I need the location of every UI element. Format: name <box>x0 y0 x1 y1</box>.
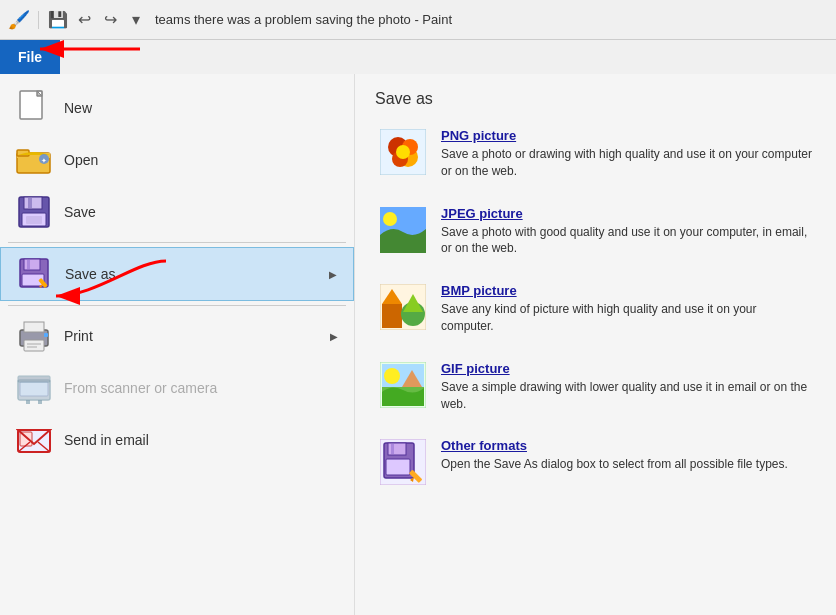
svg-rect-14 <box>26 216 42 224</box>
separator-2 <box>8 305 346 306</box>
open-icon: ✦ <box>16 142 52 178</box>
save-option-jpeg[interactable]: JPEG picture Save a photo with good qual… <box>375 202 816 262</box>
scanner-label: From scanner or camera <box>64 380 338 396</box>
quick-access-toolbar: 🖌️ 💾 ↩ ↪ ▾ <box>8 9 147 31</box>
save-quick-icon[interactable]: 💾 <box>47 9 69 31</box>
gif-option-text: GIF picture Save a simple drawing with l… <box>441 361 812 413</box>
png-option-desc: Save a photo or drawing with high qualit… <box>441 146 812 180</box>
save-option-other[interactable]: Other formats Open the Save As dialog bo… <box>375 434 816 490</box>
saveas-label: Save as <box>65 266 317 282</box>
saveas-arrow: ▶ <box>329 269 337 280</box>
left-panel: New ✦ Open <box>0 74 355 615</box>
svg-rect-30 <box>18 376 50 382</box>
svg-rect-12 <box>28 198 32 208</box>
other-option-desc: Open the Save As dialog box to select fr… <box>441 456 788 473</box>
other-option-text: Other formats Open the Save As dialog bo… <box>441 438 788 473</box>
save-label: Save <box>64 204 338 220</box>
svg-rect-61 <box>386 459 410 475</box>
svg-rect-25 <box>27 343 41 345</box>
ribbon-area: File <box>0 40 836 74</box>
svg-point-47 <box>383 212 397 226</box>
new-icon <box>16 90 52 126</box>
new-label: New <box>64 100 338 116</box>
right-panel-title: Save as <box>375 90 816 108</box>
bmp-option-desc: Save any kind of picture with high quali… <box>441 301 812 335</box>
save-option-png[interactable]: PNG picture Save a photo or drawing with… <box>375 124 816 184</box>
jpeg-option-name: JPEG picture <box>441 206 812 221</box>
gif-option-desc: Save a simple drawing with lower quality… <box>441 379 812 413</box>
title-bar: 🖌️ 💾 ↩ ↪ ▾ teams there was a problem sav… <box>0 0 836 40</box>
jpeg-option-icon <box>379 206 427 254</box>
svg-rect-31 <box>26 400 30 404</box>
menu-item-open[interactable]: ✦ Open <box>0 134 354 186</box>
print-arrow: ▶ <box>330 331 338 342</box>
svg-text:✦: ✦ <box>41 157 47 164</box>
svg-rect-49 <box>382 304 402 328</box>
svg-rect-16 <box>24 259 40 270</box>
svg-rect-24 <box>24 340 44 351</box>
other-option-name: Other formats <box>441 438 788 453</box>
menu-item-save[interactable]: Save <box>0 186 354 238</box>
save-option-gif[interactable]: GIF picture Save a simple drawing with l… <box>375 357 816 417</box>
gif-option-icon <box>379 361 427 409</box>
menu-item-scanner[interactable]: From scanner or camera <box>0 362 354 414</box>
saveas-icon <box>17 256 53 292</box>
print-label: Print <box>64 328 318 344</box>
svg-rect-60 <box>391 444 394 454</box>
separator-1 <box>8 242 346 243</box>
bmp-option-text: BMP picture Save any kind of picture wit… <box>441 283 812 335</box>
dropdown-icon[interactable]: ▾ <box>125 9 147 31</box>
svg-rect-29 <box>20 382 48 396</box>
svg-rect-11 <box>24 197 42 209</box>
redo-icon[interactable]: ↪ <box>99 9 121 31</box>
save-icon <box>16 194 52 230</box>
svg-point-55 <box>384 368 400 384</box>
open-label: Open <box>64 152 338 168</box>
right-panel: Save as PNG picture Save <box>355 74 836 615</box>
menu-item-print[interactable]: Print ▶ <box>0 310 354 362</box>
menu-container: New ✦ Open <box>0 74 836 615</box>
menu-item-email[interactable]: Send in email <box>0 414 354 466</box>
svg-rect-17 <box>27 260 30 269</box>
svg-rect-32 <box>38 400 42 404</box>
jpeg-option-text: JPEG picture Save a photo with good qual… <box>441 206 812 258</box>
bmp-option-icon <box>379 283 427 331</box>
bmp-option-name: BMP picture <box>441 283 812 298</box>
scanner-icon <box>16 370 52 406</box>
email-label: Send in email <box>64 432 338 448</box>
svg-rect-23 <box>24 322 44 332</box>
email-icon <box>16 422 52 458</box>
window-title: teams there was a problem saving the pho… <box>155 12 452 27</box>
file-tab[interactable]: File <box>0 40 60 74</box>
save-option-bmp[interactable]: BMP picture Save any kind of picture wit… <box>375 279 816 339</box>
svg-rect-26 <box>27 346 37 348</box>
png-option-name: PNG picture <box>441 128 812 143</box>
file-tab-label: File <box>18 49 42 65</box>
png-option-icon <box>379 128 427 176</box>
png-option-text: PNG picture Save a photo or drawing with… <box>441 128 812 180</box>
menu-item-saveas[interactable]: Save as ▶ <box>0 247 354 301</box>
other-option-icon <box>379 438 427 486</box>
svg-rect-27 <box>44 333 48 337</box>
separator <box>38 11 39 29</box>
menu-item-new[interactable]: New <box>0 82 354 134</box>
gif-option-name: GIF picture <box>441 361 812 376</box>
undo-icon[interactable]: ↩ <box>73 9 95 31</box>
paint-app-icon: 🖌️ <box>8 9 30 31</box>
svg-point-43 <box>396 145 410 159</box>
svg-rect-59 <box>388 443 406 455</box>
jpeg-option-desc: Save a photo with good quality and use i… <box>441 224 812 258</box>
print-icon <box>16 318 52 354</box>
